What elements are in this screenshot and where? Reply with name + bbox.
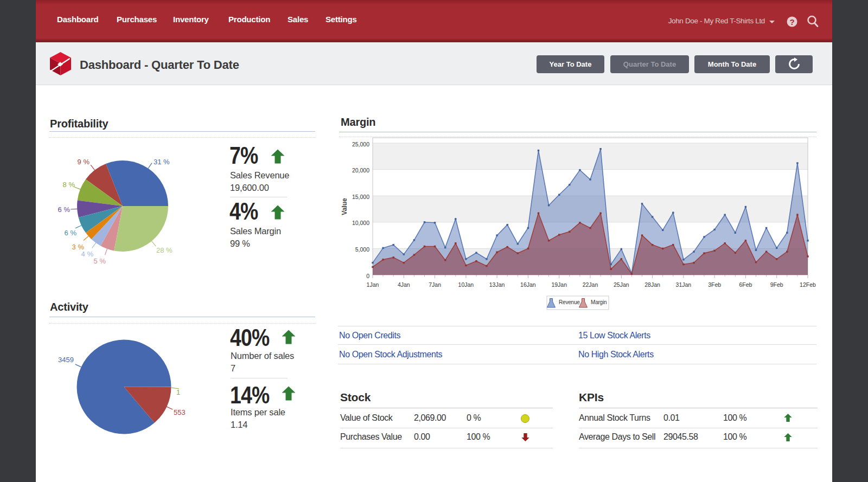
svg-text:10,000: 10,000 bbox=[352, 220, 369, 226]
svg-text:25,000: 25,000 bbox=[352, 141, 369, 147]
svg-text:5 %: 5 % bbox=[94, 257, 106, 265]
svg-text:12Feb: 12Feb bbox=[800, 281, 816, 288]
svg-text:4Jan: 4Jan bbox=[398, 281, 410, 288]
svg-text:?: ? bbox=[789, 17, 794, 27]
svg-text:16Jan: 16Jan bbox=[520, 281, 536, 288]
svg-text:10Jan: 10Jan bbox=[458, 281, 474, 288]
svg-text:Revenue: Revenue bbox=[559, 299, 580, 305]
svg-text:19Jan: 19Jan bbox=[551, 281, 567, 288]
svg-text:28 %: 28 % bbox=[156, 246, 173, 254]
svg-text:0: 0 bbox=[366, 273, 369, 279]
svg-text:8 %: 8 % bbox=[63, 181, 75, 189]
svg-text:1: 1 bbox=[176, 388, 180, 396]
svg-text:1Jan: 1Jan bbox=[367, 281, 379, 288]
svg-text:13Jan: 13Jan bbox=[489, 281, 505, 288]
svg-text:31Jan: 31Jan bbox=[676, 281, 692, 288]
svg-text:9 %: 9 % bbox=[78, 158, 90, 166]
svg-text:15,000: 15,000 bbox=[352, 194, 369, 200]
svg-text:4 %: 4 % bbox=[81, 250, 94, 258]
svg-text:22Jan: 22Jan bbox=[583, 281, 598, 288]
svg-text:28Jan: 28Jan bbox=[644, 281, 660, 288]
svg-text:6Feb: 6Feb bbox=[739, 281, 752, 288]
svg-text:20,000: 20,000 bbox=[352, 167, 369, 173]
svg-text:6 %: 6 % bbox=[65, 229, 77, 237]
svg-text:6 %: 6 % bbox=[58, 205, 71, 214]
svg-text:31 %: 31 % bbox=[154, 158, 170, 166]
svg-text:Margin: Margin bbox=[591, 299, 607, 305]
svg-text:9Feb: 9Feb bbox=[770, 281, 783, 288]
svg-text:25Jan: 25Jan bbox=[614, 281, 629, 288]
svg-text:5,000: 5,000 bbox=[355, 246, 369, 253]
svg-text:7Jan: 7Jan bbox=[429, 281, 441, 288]
svg-text:553: 553 bbox=[174, 408, 186, 416]
svg-text:3Feb: 3Feb bbox=[708, 281, 721, 288]
svg-text:3459: 3459 bbox=[58, 356, 74, 364]
svg-text:Value: Value bbox=[341, 198, 348, 215]
